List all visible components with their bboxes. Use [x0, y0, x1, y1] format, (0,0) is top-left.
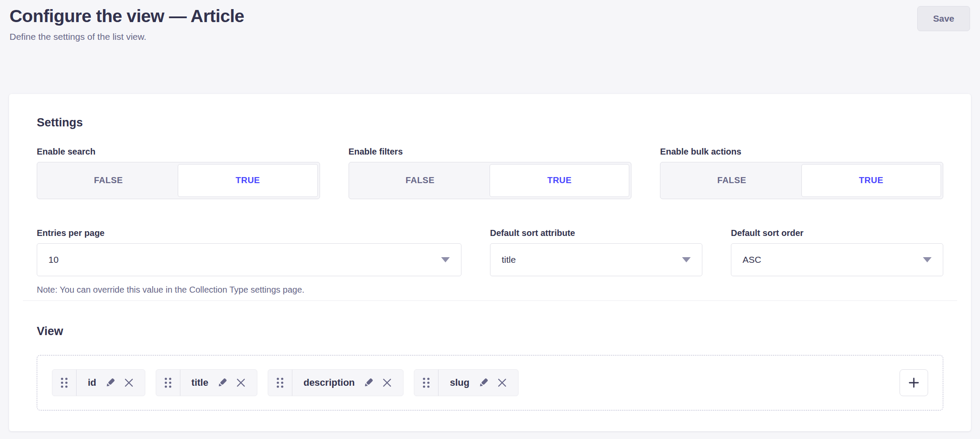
toggle-field-enable-bulk-actions: Enable bulk actions FALSE TRUE: [660, 146, 943, 199]
edit-field-button[interactable]: [217, 378, 227, 388]
selects-row: Entries per page 10 Note: You can overri…: [37, 228, 943, 295]
settings-heading: Settings: [37, 116, 943, 130]
chip-body: slug: [439, 370, 518, 396]
pencil-icon: [478, 378, 489, 388]
enable-search-toggle[interactable]: FALSE TRUE: [37, 162, 320, 199]
remove-field-button[interactable]: [382, 378, 392, 387]
default-sort-attribute-label: Default sort attribute: [490, 228, 702, 238]
chevron-down-icon: [923, 257, 932, 262]
field-chip-label: id: [88, 377, 96, 388]
pencil-icon: [363, 378, 374, 388]
field-chip-label: title: [192, 377, 208, 388]
drag-handle-icon[interactable]: [156, 370, 180, 396]
toggle-field-enable-filters: Enable filters FALSE TRUE: [349, 146, 632, 199]
pencil-icon: [105, 378, 115, 388]
view-heading: View: [37, 324, 943, 339]
remove-field-button[interactable]: [497, 378, 507, 387]
add-field-button[interactable]: [900, 369, 928, 396]
field-chip-description[interactable]: description: [268, 369, 404, 396]
edit-field-button[interactable]: [478, 378, 489, 388]
field-chip-title[interactable]: title: [156, 369, 257, 396]
enable-filters-true-option[interactable]: TRUE: [490, 164, 629, 197]
enable-bulk-actions-true-option[interactable]: TRUE: [801, 164, 941, 197]
toggle-field-enable-search: Enable search FALSE TRUE: [37, 146, 320, 199]
edit-field-button[interactable]: [363, 378, 374, 388]
view-section: View id: [9, 301, 971, 431]
drag-handle-icon[interactable]: [268, 370, 292, 396]
default-sort-order-label: Default sort order: [731, 228, 943, 238]
drag-handle-icon[interactable]: [52, 370, 77, 396]
displayed-fields-dropzone: id: [37, 355, 943, 410]
plus-icon: [907, 376, 921, 390]
remove-field-button[interactable]: [236, 378, 246, 387]
entries-per-page-field: Entries per page 10 Note: You can overri…: [37, 228, 461, 295]
drag-handle-icon: [61, 377, 68, 388]
entries-per-page-label: Entries per page: [37, 228, 461, 238]
toggles-row: Enable search FALSE TRUE Enable filters …: [37, 146, 943, 199]
field-chip-label: description: [304, 377, 355, 388]
drag-handle-icon[interactable]: [414, 370, 439, 396]
field-chip-id[interactable]: id: [52, 369, 145, 396]
edit-field-button[interactable]: [105, 378, 115, 388]
default-sort-order-select[interactable]: ASC: [731, 243, 943, 276]
close-icon: [382, 378, 392, 387]
chip-body: id: [77, 370, 145, 396]
default-sort-attribute-value: title: [502, 255, 516, 265]
entries-per-page-note: Note: You can override this value in the…: [37, 284, 461, 295]
default-sort-attribute-select[interactable]: title: [490, 243, 702, 276]
enable-bulk-actions-toggle[interactable]: FALSE TRUE: [660, 162, 943, 199]
chip-body: title: [180, 370, 257, 396]
page-header: Configure the view — Article Define the …: [0, 0, 980, 43]
entries-per-page-value: 10: [48, 255, 58, 265]
enable-filters-toggle[interactable]: FALSE TRUE: [349, 162, 632, 199]
enable-filters-label: Enable filters: [349, 146, 632, 157]
remove-field-button[interactable]: [124, 378, 134, 387]
enable-search-label: Enable search: [37, 146, 320, 157]
enable-bulk-actions-label: Enable bulk actions: [660, 146, 943, 157]
entries-per-page-select[interactable]: 10: [37, 243, 461, 276]
settings-section: Settings Enable search FALSE TRUE Enable…: [9, 94, 971, 300]
drag-handle-icon: [423, 377, 430, 388]
enable-search-true-option[interactable]: TRUE: [178, 164, 317, 197]
settings-card: Settings Enable search FALSE TRUE Enable…: [9, 94, 971, 431]
field-chip-slug[interactable]: slug: [414, 369, 518, 396]
chip-body: description: [292, 370, 404, 396]
default-sort-order-value: ASC: [743, 255, 761, 265]
field-chip-label: slug: [450, 377, 469, 388]
close-icon: [497, 378, 507, 387]
drag-handle-icon: [276, 377, 284, 388]
default-sort-order-field: Default sort order ASC: [731, 228, 943, 295]
chevron-down-icon: [682, 257, 691, 262]
save-button[interactable]: Save: [917, 6, 970, 31]
page-subtitle: Define the settings of the list view.: [10, 31, 244, 42]
enable-search-false-option[interactable]: FALSE: [39, 164, 178, 197]
drag-handle-icon: [164, 377, 172, 388]
close-icon: [124, 378, 134, 387]
close-icon: [236, 378, 246, 387]
pencil-icon: [217, 378, 227, 388]
default-sort-attribute-field: Default sort attribute title: [490, 228, 702, 295]
header-titles: Configure the view — Article Define the …: [10, 5, 244, 43]
enable-bulk-actions-false-option[interactable]: FALSE: [662, 164, 801, 197]
page-title: Configure the view — Article: [10, 5, 244, 27]
chevron-down-icon: [441, 257, 450, 262]
enable-filters-false-option[interactable]: FALSE: [351, 164, 490, 197]
